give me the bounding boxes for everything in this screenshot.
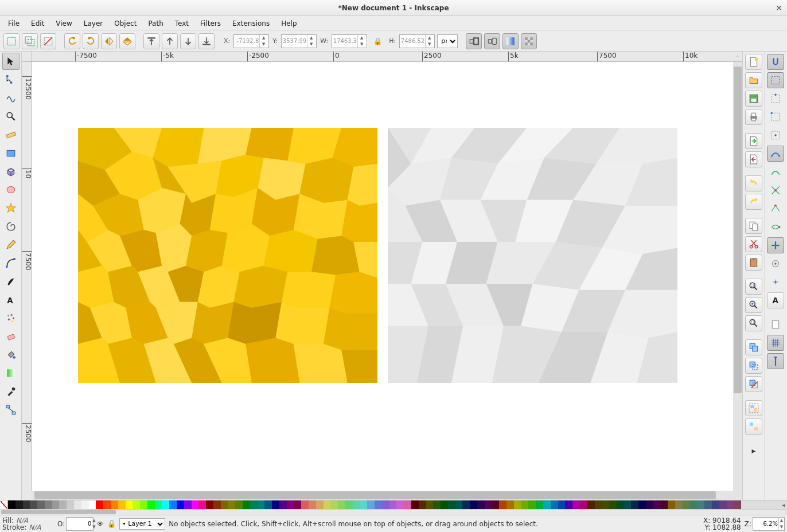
h-input[interactable] — [400, 38, 425, 44]
color-swatch[interactable] — [514, 500, 521, 509]
menu-extensions[interactable]: Extensions — [227, 17, 275, 30]
color-swatch[interactable] — [653, 500, 661, 509]
selector-tool[interactable] — [2, 53, 20, 70]
color-swatch[interactable] — [198, 500, 206, 509]
snap-nodes-toggle[interactable] — [767, 146, 784, 162]
color-swatch[interactable] — [111, 500, 118, 509]
color-swatch[interactable] — [411, 500, 419, 509]
color-swatch[interactable] — [602, 500, 609, 509]
color-swatch[interactable] — [661, 500, 668, 509]
y-spinbox[interactable]: ▲▼ — [281, 34, 317, 48]
color-swatch[interactable] — [617, 500, 624, 509]
snap-grid-toggle[interactable] — [767, 335, 784, 351]
cut-button[interactable] — [745, 236, 762, 252]
color-swatch[interactable] — [309, 500, 316, 509]
menu-text[interactable]: Text — [169, 17, 194, 30]
zoom-drawing-button[interactable] — [745, 297, 762, 313]
color-swatch[interactable] — [67, 500, 74, 509]
opacity-input[interactable] — [67, 521, 92, 527]
transform-corners-toggle[interactable] — [484, 33, 500, 49]
transform-stroke-toggle[interactable] — [466, 33, 482, 49]
snap-bbox-midpoint-toggle[interactable] — [767, 127, 784, 143]
snap-path-toggle[interactable] — [767, 164, 784, 180]
color-swatch[interactable] — [37, 500, 45, 509]
color-swatch[interactable] — [441, 500, 448, 509]
color-swatch[interactable] — [389, 500, 397, 509]
layer-visibility-toggle[interactable]: 👁 — [97, 520, 104, 528]
color-swatch[interactable] — [499, 500, 507, 509]
w-input[interactable] — [332, 38, 357, 44]
color-swatch[interactable] — [184, 500, 192, 509]
clone-button[interactable] — [745, 358, 762, 374]
color-swatch[interactable] — [404, 500, 411, 509]
color-swatch[interactable] — [213, 500, 221, 509]
color-swatch[interactable] — [683, 500, 690, 509]
color-swatch[interactable] — [338, 500, 345, 509]
color-swatch[interactable] — [147, 500, 155, 509]
zoom-selection-button[interactable] — [745, 279, 762, 295]
color-swatch[interactable] — [419, 500, 426, 509]
palette-menu-button[interactable]: ◂ — [741, 500, 787, 509]
snap-cusp-toggle[interactable] — [767, 201, 784, 217]
connector-tool[interactable] — [2, 401, 20, 418]
color-swatch[interactable] — [704, 500, 712, 509]
flip-vertical-button[interactable] — [119, 33, 135, 49]
spiral-tool[interactable] — [2, 218, 20, 235]
color-swatch[interactable] — [565, 500, 572, 509]
horizontal-scrollbar[interactable] — [32, 491, 733, 500]
color-swatch[interactable] — [287, 500, 294, 509]
color-swatch[interactable] — [624, 500, 632, 509]
color-swatch[interactable] — [353, 500, 360, 509]
color-swatch[interactable] — [536, 500, 543, 509]
color-swatch[interactable] — [719, 500, 727, 509]
transform-gradient-toggle[interactable] — [502, 33, 519, 49]
redo-button[interactable] — [745, 194, 762, 210]
snap-smooth-toggle[interactable] — [767, 219, 784, 235]
new-doc-button[interactable] — [745, 54, 762, 70]
snap-enable-toggle[interactable] — [767, 54, 784, 70]
color-swatch[interactable] — [155, 500, 162, 509]
opacity-spinbox[interactable]: ▲▼ — [66, 517, 93, 531]
color-swatch[interactable] — [646, 500, 653, 509]
color-swatch[interactable] — [396, 500, 404, 509]
color-swatch[interactable] — [140, 500, 147, 509]
spray-tool[interactable] — [2, 310, 20, 327]
color-swatch[interactable] — [206, 500, 213, 509]
color-swatch[interactable] — [235, 500, 243, 509]
menu-filters[interactable]: Filters — [194, 17, 227, 30]
color-swatch[interactable] — [221, 500, 228, 509]
no-fill-swatch[interactable] — [0, 500, 8, 509]
star-tool[interactable] — [2, 200, 20, 217]
snap-intersection-toggle[interactable] — [767, 182, 784, 198]
color-swatch[interactable] — [345, 500, 353, 509]
color-swatch[interactable] — [675, 500, 683, 509]
color-swatch[interactable] — [638, 500, 646, 509]
color-swatch[interactable] — [521, 500, 529, 509]
color-swatch[interactable] — [690, 500, 698, 509]
color-swatch[interactable] — [250, 500, 258, 509]
export-button[interactable] — [745, 151, 762, 167]
import-button[interactable] — [745, 133, 762, 149]
more-commands-button[interactable]: ▸ — [745, 443, 762, 459]
print-button[interactable] — [745, 109, 762, 125]
color-swatch[interactable] — [89, 500, 96, 509]
snap-other-toggle[interactable] — [767, 237, 784, 253]
color-swatch[interactable] — [15, 500, 23, 509]
pencil-tool[interactable] — [2, 236, 20, 253]
menu-path[interactable]: Path — [142, 17, 169, 30]
menu-layer[interactable]: Layer — [78, 17, 108, 30]
x-spinbox[interactable]: ▲▼ — [233, 34, 269, 48]
color-swatch[interactable] — [609, 500, 617, 509]
color-swatch[interactable] — [426, 500, 434, 509]
color-swatch[interactable] — [360, 500, 368, 509]
x-input[interactable] — [234, 38, 259, 44]
layer-lock-toggle[interactable]: 🔓 — [107, 520, 116, 528]
color-swatch[interactable] — [103, 500, 111, 509]
h-spinbox[interactable]: ▲▼ — [399, 34, 435, 48]
color-swatch[interactable] — [470, 500, 477, 509]
color-swatch[interactable] — [528, 500, 536, 509]
paste-button[interactable] — [745, 255, 762, 271]
color-swatch[interactable] — [118, 500, 126, 509]
unit-select[interactable]: px — [437, 34, 458, 48]
color-swatch[interactable] — [45, 500, 52, 509]
